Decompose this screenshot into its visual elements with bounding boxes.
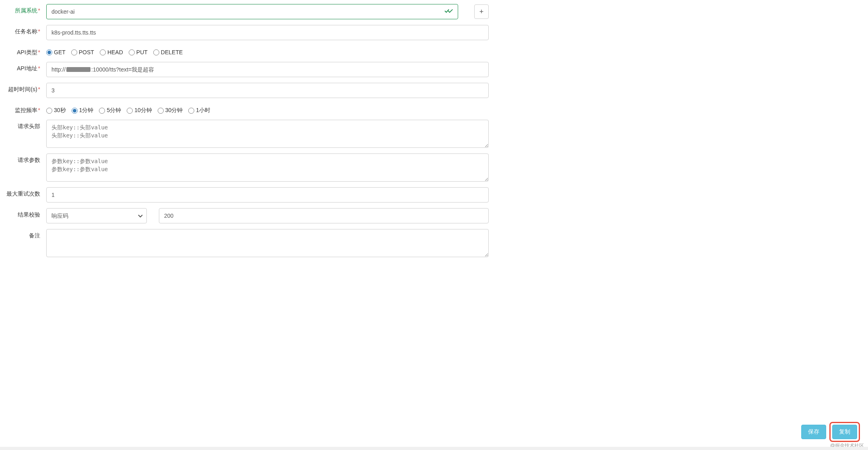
api-url-label: API地址* [0,62,46,72]
max-retry-label: 最大重试次数 [0,187,46,198]
task-name-input[interactable] [46,25,489,40]
system-input[interactable] [46,4,458,19]
api-type-radio-group: GET POST HEAD PUT DELETE [46,46,185,55]
api-type-label: API类型* [0,46,46,56]
redacted-host [66,67,91,72]
api-type-get-label[interactable]: GET [54,49,66,55]
verify-value-input[interactable] [159,208,489,223]
remark-label: 备注 [0,229,46,239]
frequency-30m-label[interactable]: 30分钟 [165,107,183,114]
frequency-1h-label[interactable]: 1小时 [196,107,210,114]
verify-type-select[interactable]: 响应码 [46,208,147,223]
headers-label: 请求头部 [0,120,46,130]
verify-label: 结果校验 [0,208,46,219]
frequency-30s-radio[interactable] [46,108,52,114]
add-system-button[interactable]: + [474,4,489,19]
frequency-label: 监控频率* [0,104,46,114]
api-type-get-radio[interactable] [46,49,52,55]
api-type-head-radio[interactable] [100,49,106,55]
headers-textarea[interactable] [46,120,489,148]
frequency-10m-radio[interactable] [127,108,133,114]
timeout-input[interactable] [46,83,489,98]
api-type-put-label[interactable]: PUT [136,49,148,55]
api-type-delete-label[interactable]: DELETE [161,49,183,55]
frequency-5m-radio[interactable] [99,108,105,114]
frequency-1m-radio[interactable] [72,108,78,114]
frequency-10m-label[interactable]: 10分钟 [134,107,152,114]
max-retry-input[interactable] [46,187,489,202]
frequency-5m-label[interactable]: 5分钟 [107,107,121,114]
system-label: 所属系统* [0,4,46,14]
api-type-delete-radio[interactable] [153,49,159,55]
frequency-30m-radio[interactable] [158,108,164,114]
api-type-head-label[interactable]: HEAD [107,49,123,55]
check-icon [444,8,453,15]
frequency-1h-radio[interactable] [188,108,194,114]
frequency-radio-group: 30秒 1分钟 5分钟 10分钟 30分钟 [46,104,213,114]
task-name-label: 任务名称* [0,25,46,35]
api-url-input[interactable]: http://:10000/tts?text=我是超容 [46,62,489,77]
timeout-label: 超时时间(s)* [0,83,46,93]
api-type-put-radio[interactable] [129,49,135,55]
params-label: 请求参数 [0,153,46,164]
remark-textarea[interactable] [46,229,489,257]
params-textarea[interactable] [46,153,489,182]
frequency-1m-label[interactable]: 1分钟 [79,107,94,114]
api-type-post-radio[interactable] [71,49,77,55]
frequency-30s-label[interactable]: 30秒 [54,107,66,114]
api-type-post-label[interactable]: POST [79,49,94,55]
